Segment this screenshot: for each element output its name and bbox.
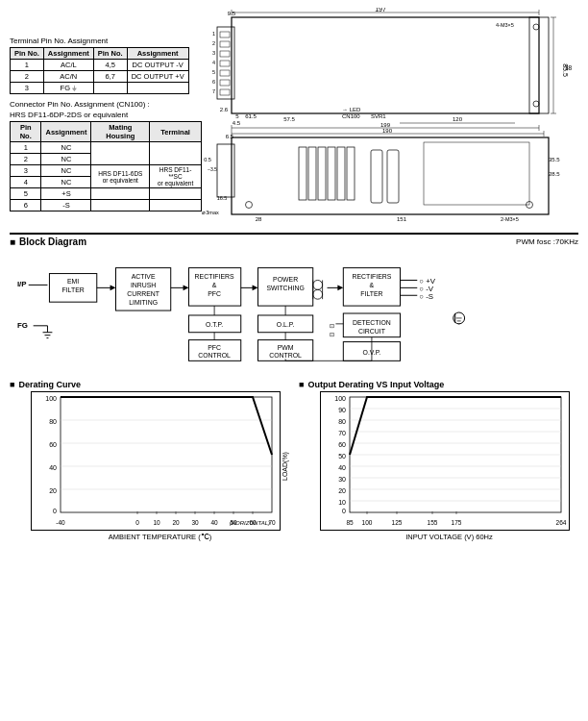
derating-chart: 100 80 60 40 20 0 -40 0 10 20 (31, 391, 281, 531)
svg-text:5: 5 (235, 113, 239, 119)
output-derating-wrapper: LOAD(%) (299, 391, 578, 541)
svg-rect-58 (328, 147, 335, 200)
svg-text:16.5: 16.5 (217, 195, 228, 201)
pwm-note: PWM fosc :70KHz (516, 237, 578, 246)
svg-text:100: 100 (45, 395, 57, 402)
svg-text:60: 60 (338, 441, 346, 448)
table-row: 1 AC/L 4,5 DC OUTPUT -V (11, 60, 189, 71)
terminal-table: Pin No. Assignment Pin No. Assignment 1 … (10, 47, 189, 94)
svg-rect-14 (220, 32, 230, 37)
block-diagram-header: ■ Block Diagram PWM fosc :70KHz (10, 233, 578, 247)
block-diagram-square-icon: ■ (10, 236, 15, 247)
cell: NC (41, 142, 91, 154)
svg-marker-103 (253, 285, 258, 290)
svg-text:RECTIFIERS: RECTIFIERS (352, 273, 391, 280)
svg-text:28.5: 28.5 (549, 171, 560, 177)
cell (91, 142, 150, 165)
cell: 3 (11, 165, 41, 177)
svg-text:⌀3max: ⌀3max (202, 210, 219, 215)
table-row: 1 NC (11, 142, 202, 154)
svg-text:CONTROL: CONTROL (198, 352, 231, 359)
page: Terminal Pin No. Assignment Pin No. Assi… (0, 0, 588, 721)
svg-text:40: 40 (210, 519, 218, 526)
block-diagram-title: Block Diagram (19, 236, 86, 247)
table-row: 5 +S (11, 188, 202, 200)
svg-rect-57 (318, 147, 326, 200)
svg-rect-55 (299, 147, 306, 200)
svg-text:⊡: ⊡ (330, 323, 334, 329)
svg-text:30: 30 (191, 519, 199, 526)
cell: DC OUTPUT -V (127, 60, 188, 71)
svg-text:9.5: 9.5 (228, 11, 236, 16)
svg-rect-17 (220, 61, 230, 66)
svg-text:⊡: ⊡ (330, 332, 334, 337)
cell: 5 (11, 188, 41, 200)
cell (127, 83, 188, 94)
svg-text:POWER: POWER (273, 276, 298, 283)
svg-rect-0 (232, 17, 539, 113)
svg-text:0: 0 (342, 508, 346, 514)
table-row: 2 AC/N 6,7 DC OUTPUT +V (11, 71, 189, 83)
table-row: 3 NC HRS DF11-6DSor equivalent HRS DF11-… (11, 165, 202, 177)
derating-curve-title: Derating Curve (10, 380, 289, 389)
svg-rect-18 (220, 70, 230, 76)
svg-rect-60 (347, 147, 355, 200)
th-pin-no2: Pin No. (93, 48, 127, 60)
svg-text:I/P: I/P (17, 280, 27, 288)
svg-text:~3.5: ~3.5 (208, 166, 217, 172)
svg-text:○ -S: ○ -S (419, 292, 433, 301)
terminal-table-title: Terminal Pin No. Assignment (10, 37, 202, 45)
svg-text:6: 6 (212, 79, 215, 85)
cell: 2 (11, 71, 44, 83)
svg-text:FG: FG (17, 321, 28, 330)
th-assign: Assignment (41, 122, 91, 142)
svg-text:28: 28 (256, 216, 262, 222)
cell: 1 (11, 60, 44, 71)
derating-xlabel: AMBIENT TEMPERATURE (℃) (31, 533, 289, 541)
svg-marker-90 (184, 285, 189, 290)
cell: FG ⏚ (43, 83, 93, 94)
th-pin-no1: Pin No. (11, 48, 44, 60)
svg-text:LIMITING: LIMITING (129, 299, 158, 306)
svg-text:SVR1: SVR1 (371, 113, 386, 119)
th-assignment1: Assignment (43, 48, 93, 60)
svg-text:4.5: 4.5 (233, 120, 241, 126)
svg-text:CIRCUIT: CIRCUIT (358, 328, 386, 335)
svg-text:6.5: 6.5 (226, 134, 234, 139)
svg-point-11 (533, 24, 539, 30)
connector-table-subtitle: HRS DF11-6DP-2DS or equivalent (10, 111, 202, 119)
mechanical-drawing: 197 85.5 38 (202, 8, 578, 229)
pin-tables: Terminal Pin No. Assignment Pin No. Assi… (10, 8, 202, 229)
table-row: 3 FG ⏚ (11, 83, 189, 94)
cell: NC (41, 154, 91, 165)
svg-text:2-M3×5: 2-M3×5 (501, 216, 519, 222)
svg-point-69 (246, 202, 253, 209)
cell (150, 188, 202, 200)
cell: -S (41, 200, 91, 211)
svg-text:40: 40 (338, 464, 346, 471)
svg-text:20: 20 (338, 487, 346, 494)
svg-rect-20 (220, 89, 230, 95)
th-terminal: Terminal (150, 122, 202, 142)
svg-text:-40: -40 (56, 519, 65, 526)
svg-text:20: 20 (172, 519, 180, 526)
svg-text:80: 80 (49, 418, 57, 425)
svg-text:CONTROL: CONTROL (269, 352, 302, 359)
output-derating-container: Output Derating VS Input Voltage LOAD(%) (299, 380, 578, 541)
svg-text:100: 100 (334, 395, 346, 402)
svg-text:5: 5 (212, 69, 215, 75)
cell: 4 (11, 177, 41, 188)
connector-table: Pin No. Assignment Mating Housing Termin… (10, 121, 202, 211)
svg-text:ACTIVE: ACTIVE (132, 273, 156, 280)
svg-text:EMI: EMI (67, 278, 79, 285)
svg-text:&: & (212, 282, 217, 288)
cell: 6 (11, 200, 41, 211)
svg-text:70: 70 (338, 430, 346, 436)
cell (150, 200, 202, 211)
svg-text:SWITCHING: SWITCHING (266, 285, 304, 291)
svg-text:60: 60 (49, 441, 57, 448)
th-assignment2: Assignment (127, 48, 188, 60)
svg-rect-59 (337, 147, 345, 200)
svg-text:0.5: 0.5 (204, 157, 211, 162)
svg-rect-62 (387, 150, 399, 203)
